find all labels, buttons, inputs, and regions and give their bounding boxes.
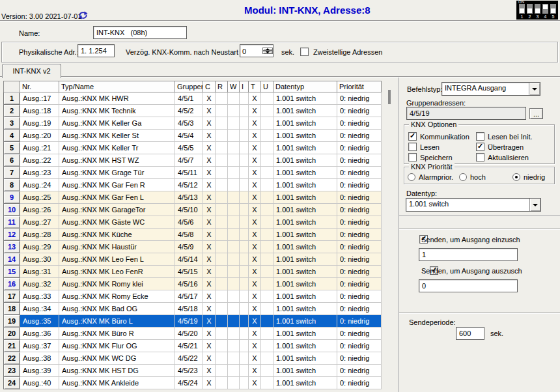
cell-typ-name[interactable]: Ausg.:KNX MK HWR — [59, 92, 175, 105]
knx-option[interactable]: ✓Speichern — [408, 152, 476, 162]
row-number[interactable]: 17 — [4, 290, 20, 303]
chevron-down-icon[interactable] — [529, 83, 540, 95]
cell-gruppenadresse[interactable]: 4/5/22 — [175, 352, 203, 365]
cell-prioritaet[interactable]: 0: niedrig — [337, 179, 382, 191]
cell-datentyp[interactable]: 1.001 switch — [273, 216, 337, 229]
table-row[interactable]: 22Ausg.:38Ausg.:KNX MK WC DG4/5/22XX1.00… — [4, 352, 382, 365]
cell-gruppenadresse[interactable]: 4/5/3 — [175, 117, 203, 130]
cell-i[interactable] — [240, 105, 249, 117]
cell-w[interactable] — [228, 229, 240, 241]
cell-i[interactable] — [240, 117, 249, 130]
cell-u[interactable] — [261, 105, 273, 117]
cell-gruppenadresse[interactable]: 4/5/7 — [175, 154, 203, 167]
row-number[interactable]: 24 — [4, 377, 20, 389]
cell-i[interactable] — [240, 167, 249, 179]
cell-typ-name[interactable]: Ausg.:KNX MK Keller Ga — [59, 117, 175, 130]
cell-w[interactable] — [228, 340, 240, 352]
cell-nr[interactable]: Ausg.:36 — [20, 328, 59, 340]
cell-prioritaet[interactable]: 0: niedrig — [337, 117, 382, 130]
cell-w[interactable] — [228, 290, 240, 303]
cell-nr[interactable]: Ausg.:40 — [20, 377, 59, 389]
row-number[interactable]: 9 — [4, 191, 20, 204]
cell-r[interactable] — [216, 204, 228, 216]
cell-i[interactable] — [240, 191, 249, 204]
row-number[interactable]: 1 — [4, 92, 20, 105]
cell-gruppenadresse[interactable]: 4/5/6 — [175, 216, 203, 229]
cell-t[interactable]: X — [249, 92, 261, 105]
cell-typ-name[interactable]: Ausg.:KNX MK Romy Ecke — [59, 290, 175, 303]
two-digit-addresses-checkbox[interactable]: ✓ — [300, 48, 309, 56]
cell-nr[interactable]: Ausg.:31 — [20, 266, 59, 278]
cell-c[interactable]: X — [203, 278, 216, 290]
cell-c[interactable]: X — [203, 328, 216, 340]
cell-t[interactable]: X — [249, 365, 261, 377]
checkbox[interactable]: ✓ — [476, 132, 484, 141]
checkbox[interactable]: ✓ — [408, 143, 417, 151]
cell-prioritaet[interactable]: 0: niedrig — [337, 278, 382, 290]
cell-nr[interactable]: Ausg.:28 — [20, 229, 59, 241]
cell-prioritaet[interactable]: 0: niedrig — [337, 105, 382, 117]
knx-delay-value[interactable]: 0 — [240, 46, 262, 55]
cell-prioritaet[interactable]: 0: niedrig — [337, 229, 382, 241]
cell-r[interactable] — [216, 191, 228, 204]
row-number[interactable]: 20 — [4, 328, 20, 340]
cell-gruppenadresse[interactable]: 4/5/2 — [175, 105, 203, 117]
table-row[interactable]: 5Ausg.:21Ausg.:KNX MK Keller Tr4/5/5XX1.… — [4, 142, 382, 154]
cell-u[interactable] — [261, 154, 273, 167]
cell-datentyp[interactable]: 1.001 switch — [273, 92, 337, 105]
checkbox[interactable]: ✓ — [408, 153, 417, 161]
cell-datentyp[interactable]: 1.001 switch — [273, 315, 337, 328]
table-row[interactable]: 7Ausg.:23Ausg.:KNX MK Grage Tür4/5/11XX1… — [4, 167, 382, 179]
cell-t[interactable]: X — [249, 167, 261, 179]
cell-w[interactable] — [228, 191, 240, 204]
cell-w[interactable] — [228, 167, 240, 179]
cell-nr[interactable]: Ausg.:17 — [20, 92, 59, 105]
cell-prioritaet[interactable]: 0: niedrig — [337, 167, 382, 179]
cell-typ-name[interactable]: Ausg.:KNX MK Keller Tr — [59, 142, 175, 154]
table-row[interactable]: 3Ausg.:19Ausg.:KNX MK Keller Ga4/5/3XX1.… — [4, 117, 382, 130]
cell-t[interactable]: X — [249, 266, 261, 278]
cell-r[interactable] — [216, 340, 228, 352]
cell-i[interactable] — [240, 377, 249, 389]
cell-u[interactable] — [261, 328, 273, 340]
cell-t[interactable]: X — [249, 290, 261, 303]
cell-nr[interactable]: Ausg.:30 — [20, 253, 59, 266]
cell-datentyp[interactable]: 1.001 switch — [273, 167, 337, 179]
vertical-scrollbar-thumb[interactable] — [388, 90, 391, 104]
table-row[interactable]: 11Ausg.:27Ausg.:KNX MK Gäste WC4/5/6XX1.… — [4, 216, 382, 229]
cell-gruppenadresse[interactable]: 4/5/9 — [175, 241, 203, 253]
cell-w[interactable] — [228, 266, 240, 278]
cell-r[interactable] — [216, 365, 228, 377]
cell-w[interactable] — [228, 377, 240, 389]
physical-address-input[interactable]: 1. 1.254 — [77, 44, 115, 57]
cell-i[interactable] — [240, 179, 249, 191]
cell-i[interactable] — [240, 315, 249, 328]
cell-typ-name[interactable]: Ausg.:KNX MK Ankleide — [59, 377, 175, 389]
cell-u[interactable] — [261, 377, 273, 389]
cell-t[interactable]: X — [249, 117, 261, 130]
row-number[interactable]: 14 — [4, 253, 20, 266]
cell-r[interactable] — [216, 142, 228, 154]
cell-w[interactable] — [228, 105, 240, 117]
befehlstyp-select[interactable]: INTEGRA Ausgang — [441, 82, 540, 96]
cell-c[interactable]: X — [203, 352, 216, 365]
cell-u[interactable] — [261, 204, 273, 216]
cell-r[interactable] — [216, 130, 228, 142]
cell-t[interactable]: X — [249, 303, 261, 315]
cell-u[interactable] — [261, 179, 273, 191]
cell-prioritaet[interactable]: 0: niedrig — [337, 216, 382, 229]
cell-typ-name[interactable]: Ausg.:KNX MK Küche — [59, 229, 175, 241]
cell-datentyp[interactable]: 1.001 switch — [273, 365, 337, 377]
cell-nr[interactable]: Ausg.:24 — [20, 179, 59, 191]
cell-c[interactable]: X — [203, 105, 216, 117]
knx-option[interactable]: ✓Kommunikation — [408, 132, 476, 141]
row-number[interactable]: 13 — [4, 241, 20, 253]
cell-w[interactable] — [228, 352, 240, 365]
cell-datentyp[interactable]: 1.001 switch — [273, 278, 337, 290]
cell-typ-name[interactable]: Ausg.:KNX MK Gar Fen R — [59, 179, 175, 191]
cell-nr[interactable]: Ausg.:29 — [20, 241, 59, 253]
cell-r[interactable] — [216, 179, 228, 191]
cell-u[interactable] — [261, 253, 273, 266]
cell-prioritaet[interactable]: 0: niedrig — [337, 352, 382, 365]
table-row[interactable]: 4Ausg.:20Ausg.:KNX MK Keller St4/5/4XX1.… — [4, 130, 382, 142]
